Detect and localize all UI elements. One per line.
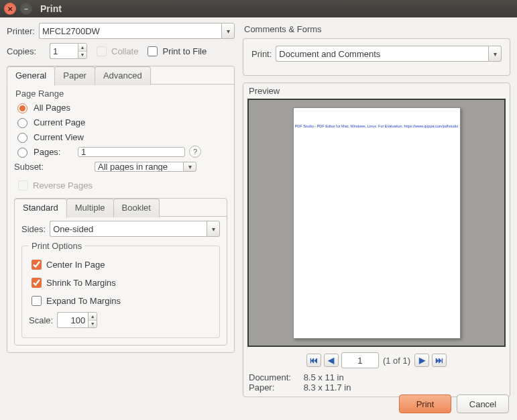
paper-size-label: Paper: (249, 382, 301, 392)
reverse-pages-label: Reverse Pages (33, 180, 93, 191)
document-size-value: 8.5 x 11 in (304, 372, 344, 382)
subset-select[interactable] (95, 162, 183, 172)
printer-select[interactable] (39, 23, 221, 39)
print-button[interactable]: Print (399, 395, 451, 413)
copies-spin-down[interactable]: ▼ (78, 52, 87, 59)
center-in-page-label: Center In Page (46, 260, 105, 270)
collate-checkbox: Collate (94, 44, 138, 58)
tab-booklet[interactable]: Booklet (113, 199, 160, 217)
window-minimize-button[interactable]: – (20, 3, 32, 15)
preview-watermark: PDF Studio - PDF Editor for Mac, Windows… (295, 124, 459, 128)
copies-input[interactable] (50, 43, 78, 59)
scale-spin-up: ▲ (89, 313, 97, 321)
nav-of-text: (1 of 1) (383, 356, 410, 366)
copies-spin-up[interactable]: ▲ (78, 44, 87, 52)
pages-input (78, 147, 185, 157)
nav-prev-button[interactable]: ◀ (324, 354, 339, 367)
page-range-group: Page Range All Pages Current Page Curren… (14, 89, 227, 194)
center-in-page-checkbox[interactable] (32, 260, 42, 270)
sides-dropdown-button[interactable]: ▾ (207, 221, 220, 237)
comments-print-label: Print: (251, 49, 272, 59)
preview-nav: ⏮ ◀ (1 of 1) ▶ ⏭ (243, 351, 510, 372)
tab-multiple[interactable]: Multiple (66, 199, 114, 217)
document-size-label: Document: (249, 372, 301, 382)
tab-advanced[interactable]: Advanced (95, 66, 151, 85)
print-to-file-label: Print to File (162, 46, 207, 56)
tab-general[interactable]: General (7, 66, 55, 86)
settings-tabs: General Paper Advanced Page Range All Pa… (7, 66, 235, 353)
collate-label: Collate (111, 46, 138, 56)
nav-page-input[interactable] (341, 352, 379, 368)
radio-current-view[interactable] (17, 133, 27, 143)
radio-current-page[interactable] (17, 118, 27, 128)
comments-print-dropdown-button[interactable]: ▾ (488, 46, 502, 62)
expand-to-margins-label: Expand To Margins (46, 296, 121, 306)
window-close-button[interactable]: ✕ (4, 3, 16, 15)
scale-spin-down: ▼ (89, 321, 97, 328)
sides-select[interactable] (50, 221, 207, 237)
pages-help-icon[interactable]: ? (189, 146, 201, 158)
nav-last-button[interactable]: ⏭ (432, 354, 447, 367)
window-titlebar: ✕ – Print (0, 0, 517, 17)
radio-pages[interactable] (17, 148, 27, 158)
cancel-button[interactable]: Cancel (457, 395, 509, 413)
preview-canvas: PDF Studio - PDF Editor for Mac, Windows… (247, 99, 506, 347)
shrink-to-margins-label: Shrink To Margins (46, 278, 116, 288)
page-range-legend: Page Range (15, 89, 227, 99)
print-options-group: Print Options Center In Page Shrink To M… (21, 241, 220, 338)
nav-first-button[interactable]: ⏮ (306, 354, 321, 367)
radio-all-pages[interactable] (17, 103, 27, 113)
window-title: Print (40, 3, 62, 14)
scale-input (57, 312, 88, 328)
tab-standard[interactable]: Standard (14, 199, 67, 218)
nav-next-button[interactable]: ▶ (414, 354, 429, 367)
preview-panel: Preview PDF Studio - PDF Editor for Mac,… (243, 83, 510, 397)
radio-current-view-label: Current View (34, 132, 84, 142)
radio-all-pages-label: All Pages (34, 103, 70, 113)
shrink-to-margins-checkbox[interactable] (32, 278, 42, 288)
preview-title: Preview (243, 83, 510, 96)
copies-label: Copies: (7, 46, 39, 56)
print-to-file-checkbox[interactable]: Print to File (145, 44, 207, 58)
sides-label: Sides: (21, 224, 46, 234)
subset-dropdown-button[interactable]: ▾ (183, 162, 196, 172)
comments-print-select[interactable] (276, 46, 488, 62)
radio-current-page-label: Current Page (34, 117, 85, 127)
reverse-pages-checkbox (18, 180, 28, 191)
printer-label: Printer: (7, 26, 35, 36)
scale-label: Scale: (29, 315, 53, 325)
paper-size-value: 8.3 x 11.7 in (304, 382, 351, 392)
subset-label: Subset: (14, 162, 54, 172)
comments-forms-box: Print: ▾ (243, 38, 510, 76)
tab-paper[interactable]: Paper (54, 66, 95, 85)
print-options-legend: Print Options (29, 241, 84, 251)
layout-tabs: Standard Multiple Booklet Sides: ▾ (14, 198, 227, 346)
expand-to-margins-checkbox[interactable] (32, 296, 42, 306)
comments-forms-title: Comments & Forms (244, 24, 510, 34)
printer-dropdown-button[interactable]: ▾ (221, 23, 235, 39)
preview-page: PDF Studio - PDF Editor for Mac, Windows… (293, 107, 461, 339)
radio-pages-label: Pages: (34, 147, 74, 157)
